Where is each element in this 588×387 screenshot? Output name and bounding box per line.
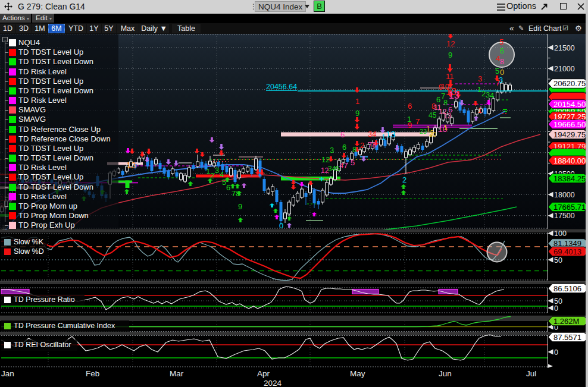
- svg-text:0: 0: [554, 304, 558, 313]
- svg-text:8: 8: [443, 98, 448, 107]
- svg-text:0: 0: [279, 221, 283, 230]
- svg-text:78: 78: [368, 140, 376, 149]
- svg-text:69.4013: 69.4013: [553, 247, 581, 256]
- svg-text:6: 6: [226, 183, 230, 192]
- svg-text:21000: 21000: [554, 65, 575, 73]
- svg-text:9: 9: [238, 202, 242, 211]
- svg-text:87.5571: 87.5571: [553, 333, 581, 342]
- svg-text:1: 1: [443, 123, 448, 132]
- svg-text:13: 13: [126, 160, 136, 170]
- svg-text:23: 23: [420, 128, 427, 135]
- svg-text:86.5106: 86.5106: [553, 284, 581, 293]
- svg-text:2: 2: [360, 141, 364, 150]
- svg-text:20154.50: 20154.50: [553, 100, 586, 109]
- svg-text:Apr: Apr: [257, 369, 270, 378]
- svg-text:78: 78: [232, 189, 240, 198]
- svg-text:6: 6: [500, 46, 504, 55]
- svg-text:Jul: Jul: [526, 369, 536, 378]
- svg-text:0: 0: [554, 348, 558, 357]
- svg-text:3: 3: [330, 146, 334, 155]
- svg-text:1.262M: 1.262M: [553, 317, 579, 326]
- svg-text:18384.25: 18384.25: [553, 174, 586, 183]
- svg-text:7: 7: [415, 117, 420, 126]
- svg-text:3: 3: [478, 74, 482, 83]
- svg-text:13: 13: [386, 129, 396, 139]
- svg-text:4: 4: [490, 91, 494, 100]
- svg-text:20620.75: 20620.75: [553, 79, 586, 88]
- svg-text:1: 1: [381, 133, 386, 141]
- svg-text:6: 6: [408, 102, 412, 111]
- svg-text:20456.64: 20456.64: [266, 83, 297, 91]
- svg-text:19666.50: 19666.50: [553, 120, 586, 129]
- svg-text:9: 9: [355, 109, 359, 118]
- svg-text:19429.75: 19429.75: [553, 130, 586, 139]
- svg-text:3: 3: [215, 166, 219, 175]
- svg-text:12: 12: [446, 39, 455, 48]
- svg-text:47: 47: [339, 161, 348, 170]
- svg-text:8: 8: [352, 145, 356, 154]
- svg-text:3: 3: [430, 128, 434, 137]
- svg-text:17665.71: 17665.71: [553, 203, 586, 212]
- svg-text:2: 2: [402, 175, 406, 184]
- svg-text:3: 3: [499, 75, 503, 84]
- svg-text:18000: 18000: [554, 191, 575, 199]
- svg-text:345: 345: [328, 165, 340, 173]
- svg-text:6: 6: [340, 130, 345, 139]
- svg-text:21500: 21500: [554, 44, 575, 52]
- svg-text:1: 1: [355, 97, 359, 106]
- svg-text:100: 100: [554, 229, 567, 238]
- svg-text:17500: 17500: [554, 212, 575, 220]
- svg-text:9: 9: [408, 121, 412, 130]
- svg-text:Feb: Feb: [86, 369, 99, 378]
- svg-text:5: 5: [351, 158, 355, 167]
- svg-text:Jan: Jan: [1, 369, 14, 378]
- svg-text:11: 11: [446, 72, 454, 81]
- svg-text:2024: 2024: [264, 379, 282, 387]
- svg-text:8: 8: [500, 57, 504, 66]
- svg-text:6: 6: [448, 105, 452, 114]
- svg-text:6: 6: [342, 143, 346, 152]
- svg-text:1: 1: [478, 106, 482, 115]
- svg-text:9: 9: [448, 51, 452, 59]
- svg-text:13: 13: [449, 90, 459, 100]
- svg-text:Jun: Jun: [439, 369, 452, 378]
- svg-text:34: 34: [368, 130, 376, 139]
- svg-text:18840.00: 18840.00: [553, 156, 586, 165]
- svg-text:6: 6: [436, 95, 440, 104]
- svg-text:Mar: Mar: [170, 369, 184, 378]
- svg-text:45: 45: [429, 111, 437, 119]
- svg-text:2: 2: [210, 171, 214, 180]
- svg-text:12: 12: [321, 155, 330, 164]
- svg-text:May: May: [350, 369, 365, 378]
- svg-text:5: 5: [495, 67, 499, 75]
- svg-text:50: 50: [554, 256, 562, 265]
- svg-text:5: 5: [499, 37, 503, 46]
